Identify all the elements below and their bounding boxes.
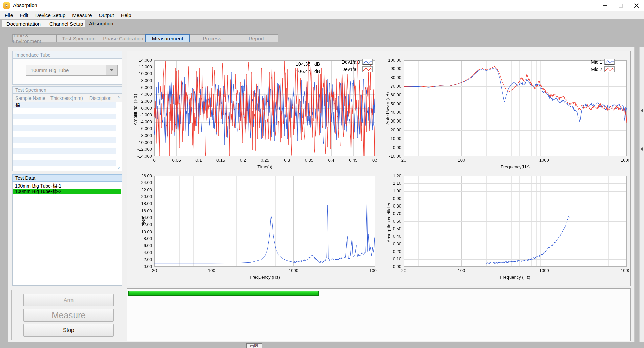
menu-output[interactable]: Output — [96, 12, 118, 19]
column-thickness: Thickness(mm) — [50, 95, 89, 101]
measure-button[interactable]: Measure — [23, 309, 114, 322]
test-data-header: Test Data — [12, 174, 122, 182]
menu-measure[interactable]: Measure — [69, 12, 95, 19]
measurement-progressbar — [128, 291, 629, 296]
test-specimen-table-body: 棉 — [13, 102, 116, 171]
maximize-icon — [619, 4, 623, 8]
menu-device-setup[interactable]: Device Setup — [32, 12, 69, 19]
tab-channel-setup[interactable]: Channel Setup — [45, 20, 87, 27]
arm-button[interactable]: Arm — [23, 294, 114, 306]
level-readout-ai0: 104.35 dB — [292, 61, 320, 67]
main-tabstrip: Documentation Channel Setup Absorption — [0, 19, 644, 27]
level-readout-ai1: 106.47 dB — [292, 69, 320, 74]
splitter-arrow-icon[interactable] — [641, 109, 643, 112]
splitter-arrow-icon[interactable] — [641, 147, 643, 151]
tab-documentation[interactable]: Documentation — [2, 20, 45, 27]
subtab-phase-calibration[interactable]: Phase Calibration — [101, 34, 145, 42]
maximize-button[interactable] — [613, 0, 628, 11]
table-row[interactable]: 棉 — [13, 102, 116, 108]
subtab-process[interactable]: Process — [190, 34, 234, 42]
tube-select-arrow-button[interactable] — [106, 65, 117, 75]
app-window: Absorption File Edit Device Setup Measur… — [0, 0, 644, 348]
table-scroll-down-icon[interactable]: ∨ — [116, 166, 121, 170]
tube-select-value: 100mm Big Tube — [26, 67, 106, 73]
test-specimen-table: Sample Name Thickness(mm) Discription ∧ … — [12, 94, 122, 171]
absorption-coefficient-chart — [380, 173, 629, 282]
test-data-list: 100mm Big Tube-棉-1 100mm Big Tube-棉-2 — [12, 182, 122, 286]
close-icon — [634, 3, 639, 8]
column-sample-name: Sample Name — [13, 95, 50, 101]
stop-button[interactable]: Stop — [23, 324, 114, 337]
subtab-tube-environment[interactable]: Tube & Environment — [12, 34, 57, 42]
subtab-report[interactable]: Report — [234, 34, 278, 42]
frf-chart — [129, 173, 377, 282]
red-wave-icon — [362, 66, 373, 72]
menu-edit[interactable]: Edit — [16, 12, 32, 19]
legend-dev1-ai0[interactable]: Dev1/ai0 — [341, 59, 373, 65]
tab-absorption[interactable]: Absorption — [85, 19, 118, 27]
minimize-icon — [603, 5, 607, 6]
window-title: Absorption — [13, 2, 37, 8]
close-button[interactable] — [628, 0, 644, 11]
controls-panel: Arm Measure Stop — [11, 290, 123, 340]
bottom-tab-paint[interactable]: 画图 — [246, 343, 262, 348]
menu-help[interactable]: Help — [118, 12, 135, 19]
app-icon — [3, 2, 10, 9]
list-item[interactable]: 100mm Big Tube-棉-1 — [13, 183, 121, 189]
blue-wave-icon — [604, 59, 615, 65]
legend-mic2[interactable]: Mic 2 — [591, 66, 615, 72]
tube-select-dropdown[interactable]: 100mm Big Tube — [26, 65, 118, 76]
legend-dev1-ai1[interactable]: Dev1/ai1 — [341, 66, 373, 72]
minimize-button[interactable] — [597, 0, 613, 11]
test-specimen-table-head: Sample Name Thickness(mm) Discription — [13, 94, 122, 102]
caret-down-icon — [110, 69, 114, 71]
blue-wave-icon — [362, 59, 373, 65]
menu-bar: File Edit Device Setup Measure Output He… — [0, 11, 644, 19]
test-specimen-header: Test Specimen — [12, 86, 122, 94]
right-splitter[interactable] — [639, 47, 644, 342]
menu-file[interactable]: File — [1, 12, 16, 19]
list-item-selected[interactable]: 100mm Big Tube-棉-2 — [13, 189, 121, 194]
subtab-test-specimen[interactable]: Test Specimen — [57, 34, 101, 42]
status-panel — [127, 288, 631, 341]
title-bar: Absorption — [0, 0, 644, 11]
table-scroll-up-icon[interactable]: ∧ — [116, 95, 121, 99]
red-wave-icon — [604, 66, 615, 72]
legend-mic1[interactable]: Mic 1 — [591, 59, 615, 65]
impedance-tube-header: Impendace Tube — [12, 51, 122, 59]
progressbar-fill — [128, 291, 319, 296]
time-domain-chart — [129, 53, 377, 172]
subtab-measurement[interactable]: Measurement — [145, 34, 190, 42]
